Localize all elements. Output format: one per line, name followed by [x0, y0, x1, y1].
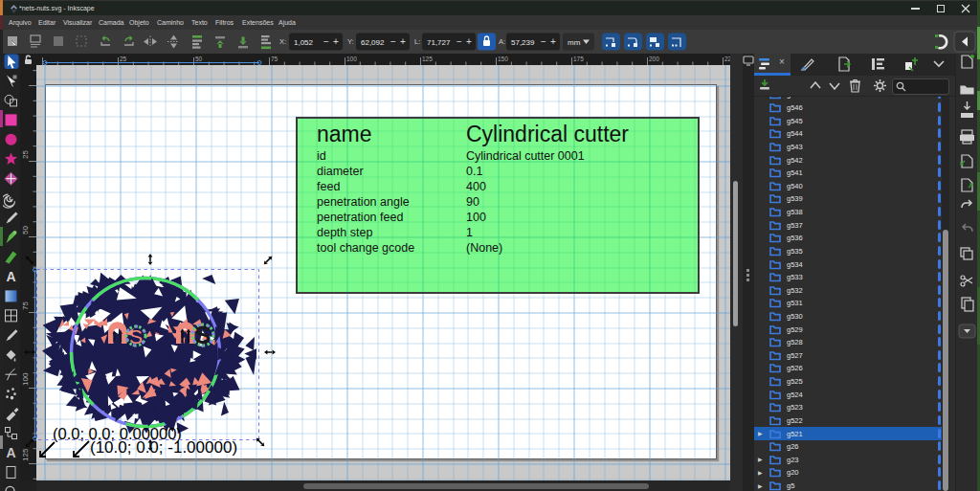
- svg-text:+: +: [550, 36, 556, 47]
- svg-text:1,052: 1,052: [294, 38, 314, 47]
- svg-text:+: +: [333, 36, 339, 47]
- svg-text:71,727: 71,727: [427, 38, 451, 47]
- svg-text:62,092: 62,092: [361, 38, 385, 47]
- svg-text:A: A: [6, 269, 15, 284]
- svg-text:75: 75: [271, 56, 278, 62]
- svg-text:A:: A:: [499, 37, 505, 46]
- svg-text:(10.0; 0.0; -1.00000): (10.0; 0.0; -1.00000): [90, 438, 237, 457]
- svg-text:A: A: [6, 445, 15, 460]
- svg-text:L:: L:: [414, 37, 420, 46]
- svg-text:100: 100: [346, 56, 357, 62]
- svg-text:57,239: 57,239: [511, 38, 535, 47]
- svg-text:150: 150: [498, 56, 508, 62]
- svg-text:200: 200: [649, 56, 659, 62]
- svg-text:−: −: [323, 36, 329, 47]
- svg-text:+: +: [466, 36, 472, 47]
- svg-text:−: −: [390, 36, 396, 47]
- svg-text:S: S: [195, 322, 212, 348]
- svg-text:50: 50: [195, 56, 203, 62]
- svg-text:S: S: [129, 325, 143, 347]
- svg-text:−: −: [541, 36, 546, 47]
- svg-text:+: +: [400, 36, 406, 47]
- svg-text:175: 175: [573, 56, 584, 62]
- svg-text:25: 25: [120, 56, 127, 62]
- svg-text:−: −: [457, 36, 462, 47]
- svg-text:X:: X:: [279, 37, 286, 46]
- svg-text:Y:: Y:: [347, 37, 354, 46]
- svg-text:mm: mm: [568, 38, 581, 47]
- svg-text:125: 125: [422, 56, 433, 62]
